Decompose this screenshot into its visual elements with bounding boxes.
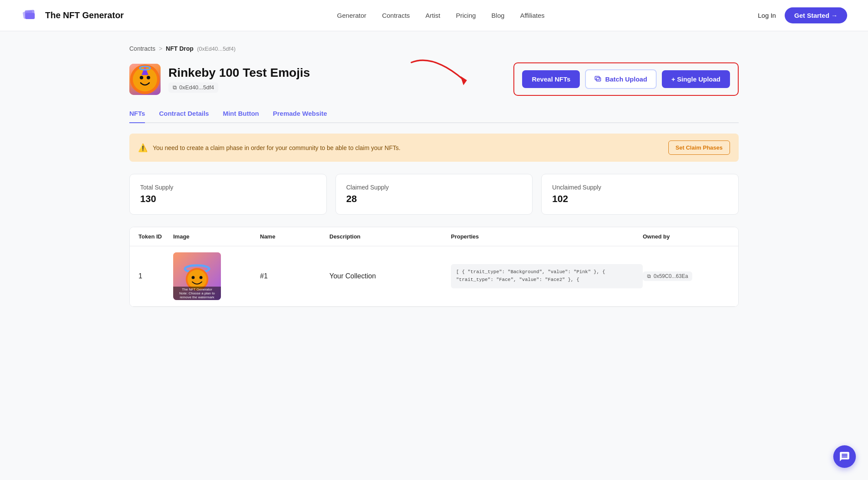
claimed-supply-label: Claimed Supply <box>346 184 522 191</box>
tab-mint-button[interactable]: Mint Button <box>223 110 259 123</box>
action-buttons-group: Reveal NFTs Batch Upload + Single Upload <box>513 62 739 96</box>
project-info: Rinkeby 100 Test Emojis ⧉ 0xEd40...5df4 <box>168 66 310 93</box>
table-row: 1 <box>130 246 738 307</box>
nav-links: Generator Contracts Artist Pricing Blog … <box>337 12 545 19</box>
warning-icon: ⚠️ <box>138 143 148 153</box>
navbar: The NFT Generator Generator Contracts Ar… <box>0 0 868 31</box>
cell-properties: [ { "trait_type": "Background", "value":… <box>451 264 643 288</box>
nft-image-thumbnail: The NFT GeneratorNote: Choose a plan to … <box>173 252 221 300</box>
watermark-text: The NFT GeneratorNote: Choose a plan to … <box>173 287 221 300</box>
svg-rect-11 <box>595 76 599 80</box>
table-header: Token ID Image Name Description Properti… <box>130 227 738 246</box>
tabs-row: NFTs Contract Details Mint Button Premad… <box>129 110 739 123</box>
svg-point-17 <box>187 270 207 289</box>
claimed-supply-value: 28 <box>346 193 522 205</box>
alert-banner: ⚠️ You need to create a claim phase in o… <box>129 134 739 162</box>
project-avatar <box>129 64 161 95</box>
breadcrumb-current: NFT Drop <box>166 45 194 52</box>
svg-point-7 <box>140 76 143 79</box>
svg-point-8 <box>147 76 150 79</box>
nav-contracts[interactable]: Contracts <box>382 12 410 19</box>
single-upload-button[interactable]: + Single Upload <box>662 70 730 88</box>
svg-marker-10 <box>460 75 468 85</box>
batch-upload-label: Batch Upload <box>605 75 647 83</box>
logo-text: The NFT Generator <box>45 10 124 20</box>
stat-total-supply: Total Supply 130 <box>129 174 327 215</box>
total-supply-label: Total Supply <box>140 184 316 191</box>
nav-blog[interactable]: Blog <box>491 12 504 19</box>
main-content: Contracts > NFT Drop (0xEd40...5df4) <box>108 31 760 321</box>
header-row: Rinkeby 100 Test Emojis ⧉ 0xEd40...5df4 … <box>129 62 739 96</box>
cell-description: Your Collection <box>329 272 451 280</box>
owned-by-badge[interactable]: ⧉ 0x59C0...63Ea <box>643 271 692 281</box>
reveal-nfts-button[interactable]: Reveal NFTs <box>522 70 580 88</box>
unclaimed-supply-label: Unclaimed Supply <box>552 184 728 191</box>
svg-point-19 <box>200 276 203 279</box>
col-token-id: Token ID <box>138 233 173 240</box>
project-title: Rinkeby 100 Test Emojis <box>168 66 310 80</box>
annotation-arrow-svg <box>398 58 485 101</box>
login-button[interactable]: Log In <box>758 12 776 19</box>
nav-actions: Log In Get Started → <box>758 7 847 23</box>
svg-rect-2 <box>25 13 35 19</box>
header-left: Rinkeby 100 Test Emojis ⧉ 0xEd40...5df4 <box>129 64 310 95</box>
cell-name: #1 <box>260 272 329 280</box>
batch-upload-button[interactable]: Batch Upload <box>585 69 657 89</box>
address-badge[interactable]: ⧉ 0xEd40...5df4 <box>168 82 218 93</box>
nft-table: Token ID Image Name Description Properti… <box>129 227 739 307</box>
nav-artist[interactable]: Artist <box>425 12 440 19</box>
col-description: Description <box>329 233 451 240</box>
alert-message: You need to create a claim phase in orde… <box>153 144 401 151</box>
arrow-annotation <box>398 58 485 103</box>
total-supply-value: 130 <box>140 193 316 205</box>
avatar-svg <box>129 64 161 95</box>
nav-generator[interactable]: Generator <box>337 12 367 19</box>
alert-left: ⚠️ You need to create a claim phase in o… <box>138 143 401 153</box>
cell-owned-by: ⧉ 0x59C0...63Ea <box>643 271 730 281</box>
stat-claimed-supply: Claimed Supply 28 <box>335 174 533 215</box>
owner-address: 0x59C0...63Ea <box>654 273 688 279</box>
get-started-button[interactable]: Get Started → <box>785 7 847 23</box>
cell-image: The NFT GeneratorNote: Choose a plan to … <box>173 252 260 300</box>
breadcrumb-contracts[interactable]: Contracts <box>129 45 155 52</box>
nav-logo[interactable]: The NFT Generator <box>21 6 124 25</box>
tab-premade-website[interactable]: Premade Website <box>273 110 327 123</box>
breadcrumb: Contracts > NFT Drop (0xEd40...5df4) <box>129 45 739 52</box>
breadcrumb-address: (0xEd40...5df4) <box>197 46 236 52</box>
col-name: Name <box>260 233 329 240</box>
logo-icon <box>21 6 40 25</box>
col-properties: Properties <box>451 233 643 240</box>
svg-point-18 <box>192 276 195 279</box>
tab-nfts[interactable]: NFTs <box>129 110 145 123</box>
address-text: 0xEd40...5df4 <box>179 84 214 91</box>
copy-icon-2: ⧉ <box>647 273 651 279</box>
svg-rect-12 <box>596 78 601 81</box>
col-image: Image <box>173 233 260 240</box>
set-claim-phases-button[interactable]: Set Claim Phases <box>668 140 730 155</box>
avatar-image <box>129 64 161 95</box>
batch-icon-svg <box>595 75 602 82</box>
cell-token-id: 1 <box>138 272 173 280</box>
batch-icon <box>595 75 602 83</box>
nav-affiliates[interactable]: Affiliates <box>520 12 544 19</box>
copy-icon: ⧉ <box>173 84 177 91</box>
breadcrumb-separator: > <box>159 45 162 52</box>
tab-contract-details[interactable]: Contract Details <box>159 110 209 123</box>
nav-pricing[interactable]: Pricing <box>456 12 476 19</box>
properties-json: [ { "trait_type": "Background", "value":… <box>451 264 643 288</box>
col-owned-by: Owned by <box>643 233 730 240</box>
stat-unclaimed-supply: Unclaimed Supply 102 <box>541 174 739 215</box>
stats-row: Total Supply 130 Claimed Supply 28 Uncla… <box>129 174 739 215</box>
unclaimed-supply-value: 102 <box>552 193 728 205</box>
